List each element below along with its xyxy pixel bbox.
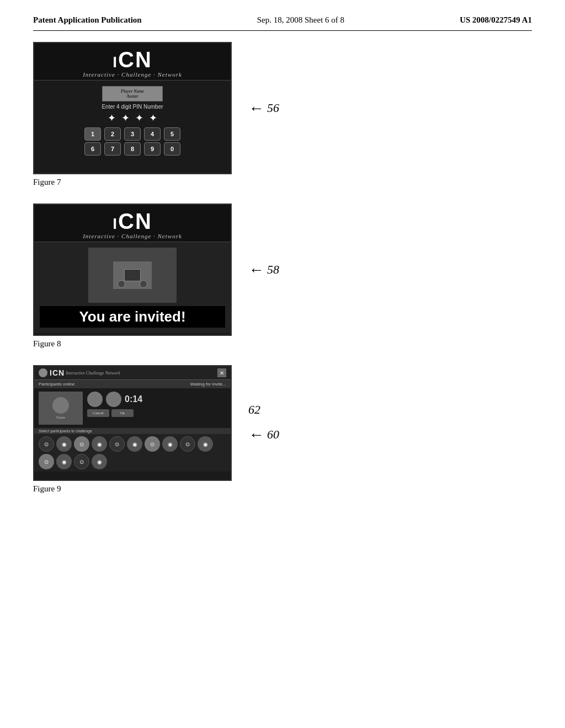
figure-8-annotation: ← 58 (248, 261, 279, 279)
keypad-row-1: 1 2 3 4 5 (84, 127, 180, 141)
figure-7-annotation: ← 56 (248, 99, 279, 117)
fig8-icn-logo: ICN (40, 209, 225, 234)
fig9-avatar-main: 0:14 (87, 392, 226, 407)
figure-9-with-annotation: ICN Interactive Challenge Network ✕ Part… (33, 365, 532, 481)
participants-label: Participants online (39, 382, 74, 387)
label-56: 56 (267, 101, 279, 115)
patent-number: US 2008/0227549 A1 (460, 15, 532, 25)
fig7-icn-subtitle: Interactive · Challenge · Network (40, 71, 225, 78)
fig8-body: You are invited! (34, 242, 231, 333)
figure-9-image: ICN Interactive Challenge Network ✕ Part… (33, 365, 232, 481)
waiting-label: Waiting for invite... (190, 382, 226, 387)
fig8-invited-text: You are invited! (40, 306, 225, 328)
arrow-60: ← (248, 426, 264, 443)
fig9-btn-2[interactable]: Ok (111, 409, 134, 417)
main-content: ICN Interactive · Challenge · Network Pl… (0, 31, 565, 532)
key-6[interactable]: 6 (84, 142, 101, 156)
fig9-icon-10[interactable]: ◉ (198, 436, 213, 452)
annotation-62: 62 (248, 403, 279, 417)
fig9-icon-2[interactable]: ◉ (56, 436, 72, 452)
arrow-58: ← (248, 261, 264, 279)
fig9-close-button[interactable]: ✕ (217, 368, 226, 377)
fig9-icn-letters: ICN (50, 368, 65, 377)
fig9-icon-13[interactable]: ⊙ (74, 454, 89, 469)
arrow-56: ← (248, 99, 264, 117)
fig9-body: Name 0:14 Cancel Ok (34, 388, 231, 428)
publication-label: Patent Application Publication (33, 15, 142, 25)
fig7-keypad: 1 2 3 4 5 6 7 8 9 0 (40, 127, 225, 156)
page-header: Patent Application Publication Sep. 18, … (0, 0, 565, 30)
label-60: 60 (267, 427, 279, 442)
fig9-icn-subtitle: Interactive Challenge Network (66, 371, 120, 376)
fig9-avatar-2 (106, 392, 121, 407)
fig9-icon-7[interactable]: ⊙ (145, 436, 160, 452)
key-7[interactable]: 7 (104, 142, 121, 156)
key-2[interactable]: 2 (104, 127, 121, 141)
fig8-icn-header: ICN Interactive · Challenge · Network (34, 205, 231, 242)
figure-8-with-annotation: ICN Interactive · Challenge · Network (33, 204, 532, 336)
key-8[interactable]: 8 (124, 142, 141, 156)
figure-8-image: ICN Interactive · Challenge · Network (33, 204, 232, 336)
date-sheet-label: Sep. 18, 2008 Sheet 6 of 8 (257, 15, 344, 25)
fig7-icn-logo: ICN (40, 47, 225, 72)
key-5[interactable]: 5 (164, 127, 180, 141)
fig9-icon-4[interactable]: ◉ (92, 436, 107, 452)
fig9-footer: Select participants to challenge (34, 428, 231, 434)
fig9-center: 0:14 Cancel Ok (87, 392, 226, 417)
fig7-pin-card: Player NameAvatar (102, 86, 163, 101)
fig7-icn-header: ICN Interactive · Challenge · Network (34, 43, 231, 81)
key-1[interactable]: 1 (84, 127, 101, 141)
figure-7-image: ICN Interactive · Challenge · Network Pl… (33, 42, 232, 174)
figure-7-block: ICN Interactive · Challenge · Network Pl… (33, 42, 532, 187)
fig9-header: ICN Interactive Challenge Network ✕ (34, 366, 231, 380)
fig9-icon-3[interactable]: ⊙ (74, 436, 89, 452)
figure-8-label: Figure 8 (33, 339, 532, 349)
fig9-icon-14[interactable]: ◉ (92, 454, 107, 469)
pin-star-1: ✦ (108, 112, 116, 124)
fig7-icn-body: Player NameAvatar Enter 4 digit PIN Numb… (34, 81, 231, 161)
fig9-status-bar: Participants online Waiting for invite..… (34, 380, 231, 388)
label-58: 58 (267, 263, 279, 277)
pin-star-3: ✦ (135, 112, 143, 124)
figure-8-block: ICN Interactive · Challenge · Network (33, 204, 532, 349)
label-62: 62 (248, 403, 260, 417)
figure-7-label: Figure 7 (33, 178, 532, 187)
fig7-pin-display: ✦ ✦ ✦ ✦ (40, 112, 225, 124)
key-9[interactable]: 9 (144, 142, 161, 156)
fig9-avatar-1 (87, 392, 103, 407)
fig9-icon-12[interactable]: ◉ (56, 454, 72, 469)
keypad-row-2: 6 7 8 9 0 (84, 142, 180, 156)
fig8-icn-subtitle: Interactive · Challenge · Network (40, 233, 225, 239)
figure-9-block: ICN Interactive Challenge Network ✕ Part… (33, 365, 532, 494)
pin-star-4: ✦ (149, 112, 157, 124)
fig9-icon-1[interactable]: ⊙ (39, 436, 54, 452)
fig9-btn-1[interactable]: Cancel (87, 409, 109, 417)
fig9-icon-11[interactable]: ⊙ (39, 454, 54, 469)
figure-7-with-annotation: ICN Interactive · Challenge · Network Pl… (33, 42, 532, 174)
fig8-device-image (88, 248, 177, 303)
key-3[interactable]: 3 (124, 127, 141, 141)
fig9-action-buttons: Cancel Ok (87, 409, 226, 417)
figure-9-label: Figure 9 (33, 484, 532, 494)
key-4[interactable]: 4 (144, 127, 161, 141)
fig9-icon-5[interactable]: ⊙ (109, 436, 125, 452)
figure-9-annotations: 62 ← 60 (248, 403, 279, 443)
annotation-60: ← 60 (248, 426, 279, 443)
fig9-icon-9[interactable]: ⊙ (180, 436, 195, 452)
fig9-icon-6[interactable]: ◉ (127, 436, 142, 452)
fig9-icons-grid: ⊙ ◉ ⊙ ◉ ⊙ ◉ ⊙ ◉ ⊙ ◉ ⊙ ◉ ⊙ ◉ (34, 434, 231, 472)
fig9-avatar-card: Name (39, 392, 83, 425)
pin-star-2: ✦ (121, 112, 130, 124)
fig9-icon-8[interactable]: ◉ (162, 436, 178, 452)
fig9-timer: 0:14 (125, 394, 142, 404)
fig9-logo-dot (39, 368, 47, 377)
key-0[interactable]: 0 (164, 142, 180, 156)
fig7-enter-pin: Enter 4 digit PIN Number (40, 104, 225, 110)
